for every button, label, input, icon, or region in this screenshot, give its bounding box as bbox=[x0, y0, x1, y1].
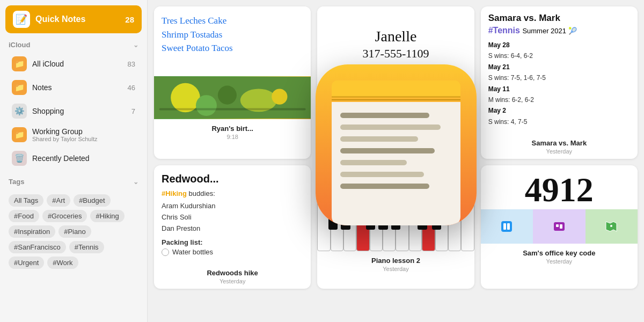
tag-art[interactable]: #Art bbox=[47, 194, 70, 207]
janelle-content: Janelle 317-555-1109 bbox=[317, 6, 474, 82]
piano-card-title: Piano lesson 2 bbox=[324, 257, 467, 265]
tennis-card-date: Yesterday bbox=[487, 148, 631, 155]
sidebar-item-shopping-label: Shopping bbox=[32, 107, 126, 115]
svg-point-3 bbox=[218, 86, 237, 105]
sidebar: 📝 Quick Notes 28 iCloud ⌄ 📁 All iCloud 8… bbox=[0, 0, 148, 322]
svg-rect-8 bbox=[503, 223, 506, 230]
svg-rect-12 bbox=[560, 224, 562, 229]
tag-work[interactable]: #Work bbox=[47, 257, 78, 269]
janelle-name: Janelle bbox=[363, 27, 429, 46]
tags-chevron-icon: ⌄ bbox=[133, 178, 138, 186]
notes-grid: Tres Leches Cake Shrimp Tostadas Sweet P… bbox=[154, 6, 638, 289]
sidebar-item-workinggroup[interactable]: 📁 Working Group Shared by Taylor Schultz bbox=[3, 123, 144, 146]
folder-icon: 📁 bbox=[12, 56, 27, 71]
redwoods-content: Redwood... #Hiking buddies: Aram Kudursh… bbox=[154, 165, 311, 264]
piano-card-footer: Piano lesson 2 Yesterday bbox=[317, 251, 474, 276]
tag-urgent[interactable]: #Urgent bbox=[9, 257, 44, 269]
svg-point-1 bbox=[171, 83, 200, 113]
svg-point-2 bbox=[196, 95, 217, 116]
gear-icon: ⚙️ bbox=[12, 104, 27, 119]
svg-rect-10 bbox=[554, 222, 565, 231]
recipe-line2: Shrimp Tostadas bbox=[162, 28, 303, 42]
sidebar-item-allicloud-label: All iCloud bbox=[32, 60, 122, 68]
tag-inspiration[interactable]: #Inspiration bbox=[9, 225, 55, 238]
sidebar-item-shopping[interactable]: ⚙️ Shopping 7 bbox=[3, 100, 144, 122]
sidebar-item-workinggroup-label: Working Group bbox=[32, 127, 135, 136]
tennis-scores: May 28 S wins: 6-4, 6-2 May 21 S wins: 7… bbox=[488, 40, 630, 127]
keycode-card-date: Yesterday bbox=[487, 258, 631, 265]
tags-section-header: Tags ⌄ bbox=[0, 170, 147, 189]
tag-all[interactable]: All Tags bbox=[9, 194, 43, 207]
note-card-recipe[interactable]: Tres Leches Cake Shrimp Tostadas Sweet P… bbox=[154, 6, 311, 159]
svg-point-14 bbox=[610, 225, 612, 227]
redwoods-tag: #Hiking bbox=[162, 189, 187, 197]
sidebar-item-allicloud[interactable]: 📁 All iCloud 83 bbox=[3, 53, 144, 75]
quick-notes-count: 28 bbox=[125, 15, 134, 24]
tag-tennis[interactable]: #Tennis bbox=[69, 241, 104, 253]
janelle-phone: 317-555-1109 bbox=[363, 46, 429, 62]
sidebar-item-allicloud-count: 83 bbox=[128, 60, 135, 68]
redwoods-card-footer: Redwoods hike Yesterday bbox=[154, 264, 311, 289]
shared-folder-icon: 📁 bbox=[12, 127, 27, 142]
piano-visual: 𝄞 bbox=[317, 165, 474, 251]
redwoods-names: Aram Kudurshian Chris Soli Dan Preston bbox=[162, 201, 303, 234]
transit-icon bbox=[481, 209, 533, 244]
recipe-card-date: 9:18 bbox=[160, 134, 304, 140]
tag-hiking[interactable]: #Hiking bbox=[90, 210, 124, 222]
redwoods-card-title: Redwoods hike bbox=[160, 269, 304, 277]
note-card-redwoods[interactable]: Redwood... #Hiking buddies: Aram Kudursh… bbox=[154, 165, 311, 289]
keycode-icons bbox=[481, 209, 638, 244]
tags-grid-container: All Tags #Art #Budget #Food #Groceries #… bbox=[0, 189, 147, 276]
janelle-card-date: Today bbox=[324, 96, 467, 103]
sidebar-item-notes-label: Notes bbox=[32, 83, 122, 92]
tag-groceries[interactable]: #Groceries bbox=[42, 210, 87, 222]
tennis-tag: #Tennis bbox=[488, 26, 520, 35]
piano-keys bbox=[317, 192, 474, 251]
packing-label: Packing list: bbox=[162, 238, 303, 246]
sidebar-item-recentlydeleted[interactable]: 🗑️ Recently Deleted bbox=[3, 147, 144, 170]
janelle-card-footer: babysitter Today bbox=[317, 82, 474, 107]
map-icon bbox=[586, 209, 638, 244]
tag-piano[interactable]: #Piano bbox=[58, 225, 91, 238]
sidebar-item-notes[interactable]: 📁 Notes 46 bbox=[3, 76, 144, 99]
tennis-card-title: Samara vs. Mark bbox=[487, 139, 631, 147]
svg-rect-11 bbox=[556, 224, 559, 227]
tag-sanfrancisco[interactable]: #SanFrancisco bbox=[9, 241, 66, 253]
recipe-card-footer: Ryan's birt... 9:18 bbox=[154, 119, 311, 144]
tennis-card-footer: Samara vs. Mark Yesterday bbox=[481, 134, 638, 159]
tennis-content: Samara vs. Mark #Tennis Summer 2021 🎾 Ma… bbox=[481, 6, 638, 134]
svg-rect-6 bbox=[159, 108, 306, 110]
tag-food[interactable]: #Food bbox=[9, 210, 39, 222]
hotel-icon bbox=[533, 209, 585, 244]
tennis-tagline: Summer 2021 🎾 bbox=[522, 27, 576, 35]
icloud-chevron-icon: ⌄ bbox=[133, 41, 138, 49]
svg-rect-9 bbox=[507, 223, 510, 230]
icloud-section-header: iCloud ⌄ bbox=[0, 33, 147, 52]
piano-card-date: Yesterday bbox=[324, 266, 467, 272]
quick-notes-label: Quick Notes bbox=[35, 14, 120, 24]
recipe-card-title: Ryan's birt... bbox=[160, 125, 304, 133]
tennis-title: Samara vs. Mark bbox=[488, 13, 630, 24]
sidebar-item-notes-count: 46 bbox=[128, 84, 135, 92]
quick-notes-item[interactable]: 📝 Quick Notes 28 bbox=[5, 5, 142, 33]
packing-item-water: Water bottles bbox=[162, 248, 303, 256]
svg-point-5 bbox=[272, 89, 287, 104]
tag-budget[interactable]: #Budget bbox=[74, 194, 110, 207]
keycode-card-title: Sam's office key code bbox=[487, 249, 631, 257]
trash-icon: 🗑️ bbox=[12, 151, 27, 166]
redwoods-card-date: Yesterday bbox=[160, 278, 304, 284]
tags-grid: All Tags #Art #Budget #Food #Groceries #… bbox=[5, 192, 142, 271]
note-card-janelle[interactable]: Janelle 317-555-1109 babysitter Today bbox=[317, 6, 474, 159]
note-card-tennis[interactable]: Samara vs. Mark #Tennis Summer 2021 🎾 Ma… bbox=[481, 6, 638, 159]
note-card-keycode[interactable]: 4912 bbox=[481, 165, 638, 289]
checkbox-icon bbox=[162, 248, 169, 256]
recipe-text-area: Tres Leches Cake Shrimp Tostadas Sweet P… bbox=[154, 6, 311, 76]
note-card-piano[interactable]: 𝄞 bbox=[317, 165, 474, 289]
keycode-card-footer: Sam's office key code Yesterday bbox=[481, 244, 638, 269]
keycode-number: 4912 bbox=[481, 165, 638, 209]
recipe-line1: Tres Leches Cake bbox=[162, 14, 303, 28]
janelle-card-title: babysitter bbox=[324, 87, 467, 95]
sidebar-item-workinggroup-sub: Shared by Taylor Schultz bbox=[32, 136, 135, 142]
folder-icon: 📁 bbox=[12, 80, 27, 95]
sidebar-item-shopping-count: 7 bbox=[131, 107, 135, 115]
